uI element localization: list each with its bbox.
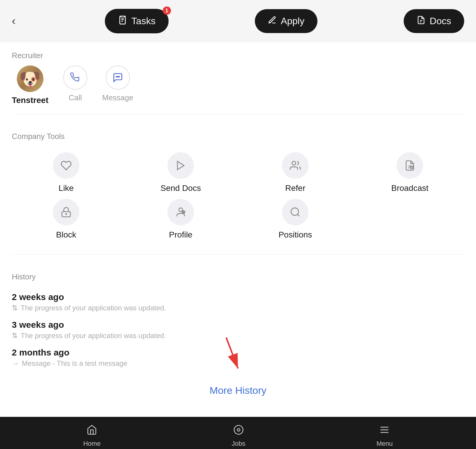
positions-label: Positions [278, 230, 312, 240]
tasks-button[interactable]: Tasks [105, 9, 169, 33]
send-docs-icon-circle [167, 152, 194, 179]
nav-menu[interactable]: Menu [376, 425, 393, 448]
docs-icon [417, 16, 426, 27]
home-icon [87, 425, 97, 437]
svg-point-3 [119, 76, 119, 77]
svg-line-16 [226, 337, 238, 368]
history-item-1: 2 weeks ago ⇅ The progress of your appli… [12, 287, 464, 314]
recruiter-section-label: Recruiter [12, 42, 464, 65]
history-time-2: 3 weeks ago [12, 320, 464, 330]
history-icon-2: ⇅ [12, 332, 18, 340]
history-time-1: 2 weeks ago [12, 292, 464, 302]
top-bar: ‹ Tasks 1 Apply [0, 0, 476, 42]
history-section-label: History [12, 263, 464, 287]
back-button[interactable]: ‹ [9, 15, 19, 27]
more-history-container: More History [12, 370, 464, 405]
recruiter-photo [17, 65, 43, 92]
message-button-item[interactable]: Message [102, 65, 133, 102]
tasks-badge: 1 [163, 6, 171, 15]
nav-home[interactable]: Home [83, 425, 101, 448]
message-button[interactable] [106, 65, 130, 90]
nav-jobs[interactable]: Jobs [232, 425, 245, 448]
avatar [17, 65, 43, 92]
positions-icon-circle [282, 199, 309, 225]
menu-icon [379, 425, 390, 437]
svg-point-5 [292, 161, 296, 165]
call-button[interactable] [63, 65, 87, 90]
profile-label: Profile [169, 230, 192, 240]
tools-grid-row1: Like Send Docs [12, 146, 464, 196]
apply-button[interactable]: Apply [255, 9, 317, 33]
more-history-link[interactable]: More History [210, 385, 267, 396]
company-tools-label: Company Tools [12, 123, 464, 146]
history-desc-1: ⇅ The progress of your application was u… [12, 304, 464, 312]
block-tool[interactable]: Block [12, 199, 120, 240]
apply-icon [268, 16, 277, 27]
nav-jobs-label: Jobs [232, 440, 245, 448]
svg-point-18 [237, 429, 240, 431]
profile-tool[interactable]: Profile [126, 199, 235, 240]
block-label: Block [56, 230, 76, 240]
jobs-icon [233, 425, 244, 437]
positions-tool[interactable]: Positions [241, 199, 350, 240]
send-docs-label: Send Docs [161, 183, 201, 193]
history-icon-3: → [12, 359, 19, 368]
broadcast-icon-circle [397, 152, 423, 179]
block-icon-circle [53, 199, 79, 225]
recruiter-name: Tenstreet [12, 96, 48, 105]
svg-point-13 [291, 208, 299, 215]
nav-home-label: Home [83, 440, 101, 448]
bottom-nav: Home Jobs Menu [0, 417, 476, 449]
divider-1 [12, 114, 464, 114]
history-section: History 2 weeks ago ⇅ The progress of yo… [12, 258, 464, 405]
main-content: Recruiter Tenstreet Call [0, 42, 476, 417]
svg-point-2 [118, 76, 118, 77]
svg-point-10 [66, 214, 66, 214]
svg-point-1 [116, 76, 117, 77]
svg-point-17 [234, 425, 243, 434]
recruiter-avatar-item: Tenstreet [12, 65, 48, 105]
tools-grid-row2: Block Profile [12, 196, 464, 245]
tasks-button-wrapper: Tasks 1 [105, 9, 169, 33]
broadcast-tool[interactable]: Broadcast [356, 152, 464, 193]
like-tool[interactable]: Like [12, 152, 120, 193]
svg-marker-4 [177, 161, 184, 170]
tasks-icon [118, 15, 127, 27]
call-button-item[interactable]: Call [63, 65, 87, 102]
history-icon-1: ⇅ [12, 304, 18, 312]
refer-label: Refer [285, 183, 305, 193]
docs-label: Docs [430, 16, 451, 27]
like-icon-circle [53, 152, 79, 179]
message-label: Message [102, 93, 133, 102]
apply-label: Apply [281, 16, 304, 27]
call-label: Call [69, 93, 82, 102]
docs-button[interactable]: Docs [404, 9, 464, 33]
company-tools-section: Company Tools Like Send Docs [12, 117, 464, 251]
divider-2 [12, 254, 464, 255]
refer-tool[interactable]: Refer [241, 152, 350, 193]
nav-menu-label: Menu [376, 440, 393, 448]
profile-icon-circle [167, 199, 194, 225]
svg-line-14 [297, 214, 299, 216]
recruiter-row: Tenstreet Call Message [12, 65, 464, 111]
like-label: Like [58, 183, 74, 193]
refer-icon-circle [282, 152, 309, 179]
red-arrow-annotation [220, 335, 256, 373]
broadcast-label: Broadcast [391, 183, 428, 193]
send-docs-tool[interactable]: Send Docs [126, 152, 235, 193]
tasks-label: Tasks [131, 16, 156, 27]
